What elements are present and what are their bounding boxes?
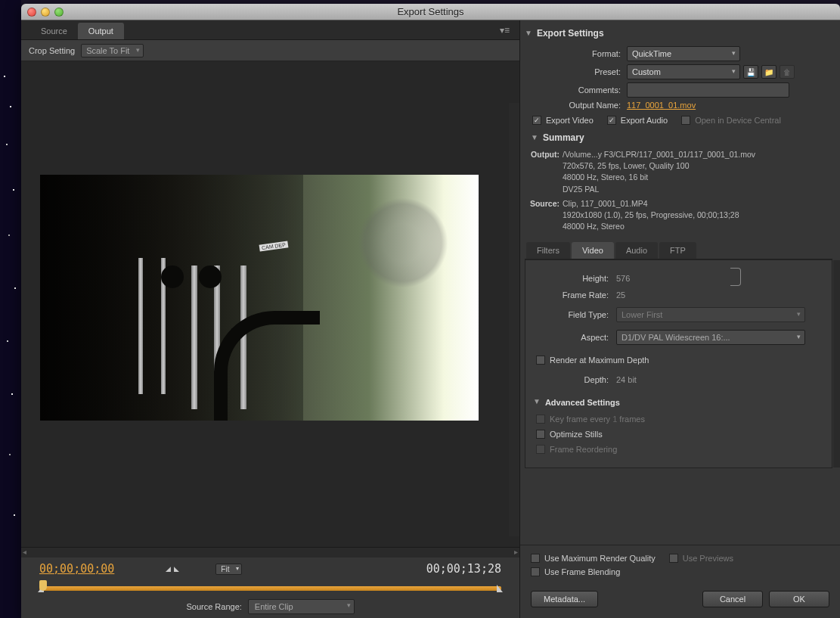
advanced-settings-heading[interactable]: ▼ Advanced Settings [533,392,824,411]
out-point-handle[interactable] [497,585,503,592]
device-central-label: Open in Device Central [695,116,781,125]
keyframe-label: Key frame every 1 frames [550,415,645,424]
timecode-in[interactable]: 00;00;00;00 [39,562,114,576]
video-settings-scrollbar[interactable] [833,260,840,467]
frame-reordering-checkbox [536,445,545,454]
height-label: Height: [533,274,616,283]
settings-panel: ▼ Export Settings Format: QuickTime Pres… [520,20,840,618]
ok-button[interactable]: OK [769,591,829,607]
frame-rate-label: Frame Rate: [533,290,616,300]
tab-video[interactable]: Video [572,242,614,259]
field-type-select: Lower First [616,307,805,322]
preview-panel: Source Output ▾≡ Crop Setting Scale To F… [21,20,520,618]
save-preset-icon[interactable]: 💾 [743,65,758,79]
height-value[interactable]: 576 [616,274,630,283]
frame-rate-value[interactable]: 25 [616,290,625,300]
link-dimensions-icon[interactable] [730,268,741,286]
frame-blending-checkbox[interactable] [531,567,540,576]
field-type-label: Field Type: [533,310,616,319]
preset-label: Preset: [525,67,627,76]
export-video-label: Export Video [546,116,594,125]
keyframe-checkbox [536,415,545,424]
window-title: Export Settings [21,6,840,17]
preset-select[interactable]: Custom [627,64,740,79]
export-video-checkbox[interactable] [532,116,541,125]
twirl-down-icon: ▼ [531,133,538,141]
crop-setting-label: Crop Setting [29,46,75,55]
delete-preset-icon: 🗑 [780,65,795,79]
comments-label: Comments: [525,85,627,95]
device-central-checkbox [681,116,690,125]
tab-filters[interactable]: Filters [526,242,570,259]
max-render-quality-checkbox[interactable] [531,554,540,563]
summary-output-label: Output: [529,149,563,160]
frame-reordering-label: Frame Reordering [550,445,617,454]
output-name-label: Output Name: [525,101,627,110]
mark-out-icon[interactable]: ◣ [174,565,179,573]
preview-scrollbar-h[interactable] [21,547,519,557]
summary-source-value: Clip, 117_0001_01.MP4 1920x1080 (1.0), 2… [563,198,832,233]
render-max-depth-checkbox[interactable] [536,356,545,365]
tab-ftp[interactable]: FTP [659,242,696,259]
summary-source-label: Source: [529,198,563,210]
depth-value: 24 bit [616,375,637,384]
twirl-down-icon: ▼ [533,397,541,405]
summary-heading[interactable]: ▼ Summary [525,128,832,148]
preview-scrollbar-v[interactable] [509,103,519,536]
timeline[interactable] [39,582,501,591]
panel-menu-icon[interactable]: ▾≡ [496,23,513,38]
output-name-link[interactable]: 117_0001_01.mov [627,101,696,110]
export-settings-window: Export Settings Source Output ▾≡ Crop Se… [21,4,840,618]
video-settings: Height: 576 Frame Rate: 25 Field Type: L… [525,259,832,468]
import-preset-icon[interactable]: 📁 [761,65,776,79]
optimize-stills-label: Optimize Stills [550,430,603,439]
crop-setting-select[interactable]: Scale To Fit [81,44,144,57]
source-range-label: Source Range: [186,602,241,611]
summary-output-value: /Volume...y F3/CLPR/117_0001_01/117_0001… [563,149,832,195]
format-label: Format: [525,49,627,58]
cancel-button[interactable]: Cancel [702,591,763,607]
frame-blending-label: Use Frame Blending [544,567,620,576]
export-audio-checkbox[interactable] [607,116,616,125]
metadata-button[interactable]: Metadata... [531,591,598,607]
source-range-select[interactable]: Entire Clip [248,599,355,614]
aspect-select[interactable]: D1/DV PAL Widescreen 16:... [616,330,805,345]
playhead[interactable] [39,580,47,591]
use-previews-label: Use Previews [683,554,733,563]
titlebar[interactable]: Export Settings [21,4,840,20]
depth-label: Depth: [533,375,616,384]
format-select[interactable]: QuickTime [627,46,740,61]
video-preview[interactable]: CAM DEP [21,61,519,547]
max-render-quality-label: Use Maximum Render Quality [544,554,656,563]
export-audio-label: Export Audio [621,116,668,125]
export-settings-heading[interactable]: ▼ Export Settings [525,23,832,43]
tab-output[interactable]: Output [78,23,124,39]
tab-source[interactable]: Source [30,23,78,39]
timecode-out: 00;00;13;28 [426,562,501,576]
tab-audio[interactable]: Audio [615,242,658,259]
render-max-depth-label: Render at Maximum Depth [550,356,649,365]
comments-input[interactable] [627,82,789,98]
zoom-fit-select[interactable]: Fit [215,564,242,575]
mark-in-icon[interactable]: ◢ [166,565,171,573]
optimize-stills-checkbox[interactable] [536,430,545,439]
use-previews-checkbox [669,554,678,563]
aspect-label: Aspect: [533,333,616,342]
twirl-down-icon: ▼ [525,29,532,37]
